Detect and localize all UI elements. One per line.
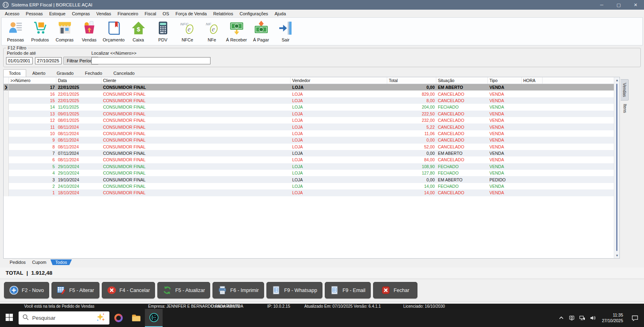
f6-imprimir-button[interactable]: F6 - Imprimir [213, 282, 264, 298]
menu-compras[interactable]: Compras [69, 10, 93, 17]
bottom-tab-cupom[interactable]: Cupom [30, 259, 49, 265]
column-header-tipo[interactable]: Tipo [488, 77, 522, 84]
column-header-situacao[interactable]: Situação [436, 77, 488, 84]
column-header-numero[interactable]: >>Número [9, 77, 56, 84]
table-row[interactable]: 529/10/2024CONSUMIDOR FINALLOJA108,90FEC… [4, 163, 619, 170]
menu-os[interactable]: OS [159, 10, 172, 17]
toolbar-item-nfe[interactable]: NFeNFe [200, 20, 224, 42]
menu-configuracoes[interactable]: Configurações [236, 10, 271, 17]
f4-cancelar-button[interactable]: F4 - Cancelar [102, 282, 155, 298]
filter-tab-gravado[interactable]: Gravado [52, 70, 79, 77]
filter-tab-cancelado[interactable]: Cancelado [108, 70, 140, 77]
table-row[interactable]: 224/10/2024CONSUMIDOR FINALLOJA14,00FECH… [4, 183, 619, 189]
table-row[interactable]: 908/11/2024CONSUMIDOR FINALLOJA0,00CANCE… [4, 137, 619, 143]
toolbar-item-pdv[interactable]: PDV [151, 20, 175, 42]
start-button[interactable] [0, 309, 19, 327]
table-row[interactable]: 429/10/2024CONSUMIDOR FINALLOJA127,80FEC… [4, 170, 619, 176]
table-row[interactable]: 1411/01/2025CONSUMIDOR FINALLOJA204,00FE… [4, 104, 619, 110]
filter-tab-aberto[interactable]: Aberto [27, 70, 50, 77]
toolbar-item-caixa[interactable]: $Caixa [126, 20, 151, 42]
cell-tipo: VENDA [488, 157, 522, 162]
menu-estoque[interactable]: Estoque [46, 10, 68, 17]
localizar-input[interactable] [91, 57, 211, 64]
tray-network-icon[interactable] [578, 310, 586, 326]
scrollbar-thumb[interactable] [616, 84, 617, 251]
maximize-button[interactable]: ▢ [610, 0, 627, 10]
taskbar-copilot-icon[interactable] [109, 309, 127, 327]
table-row[interactable]: 1622/01/2025CONSUMIDOR FINALLOJA829,00CA… [4, 90, 619, 97]
toolbar-item-produtos[interactable]: Produtos [28, 20, 52, 42]
f9-whatsapp-button[interactable]: F9 - Whatsapp [266, 282, 322, 298]
table-row[interactable]: 608/11/2024CONSUMIDOR FINALLOJA84,00CANC… [4, 156, 619, 163]
toolbar-item-sair[interactable]: Sair [273, 20, 298, 42]
menu-pessoas[interactable]: Pessoas [23, 10, 46, 17]
date-from-field[interactable] [6, 57, 33, 64]
table-row[interactable]: 1208/01/2025CONSUMIDOR FINALLOJA232,00CA… [4, 117, 619, 123]
menu-acesso[interactable]: Acesso [2, 10, 23, 17]
column-header-hora[interactable]: HORA [522, 77, 543, 84]
side-tab-itens[interactable]: Itens [621, 101, 629, 116]
table-row[interactable]: 707/11/2024CONSUMIDOR FINALLOJA0,00EM AB… [4, 150, 619, 156]
toolbar-item-orcamento[interactable]: Orçamento [101, 20, 126, 42]
menu-financeiro[interactable]: Financeiro [114, 10, 141, 17]
scroll-up-icon[interactable]: ▲ [614, 77, 620, 83]
filter-tab-todos[interactable]: Todos [3, 69, 26, 77]
toolbar-item-pessoas[interactable]: Pessoas [3, 20, 28, 42]
table-row[interactable]: 1008/11/2024CONSUMIDOR FINALLOJA11,06CAN… [4, 130, 619, 137]
cell-numero: 1 [9, 190, 56, 195]
table-row[interactable]: 319/10/2024CONSUMIDOR FINALLOJA0,00EM AB… [4, 176, 619, 183]
table-row[interactable]: 808/11/2024CONSUMIDOR FINALLOJA52,00CANC… [4, 144, 619, 150]
notification-center-icon[interactable] [628, 310, 642, 326]
f5-alterar-button[interactable]: F5 - Alterar [52, 282, 99, 298]
cell-numero: 16 [9, 92, 56, 97]
close-button[interactable]: ✕ [627, 0, 644, 10]
column-header-vendedor[interactable]: Vendedor [291, 77, 387, 84]
column-header-total[interactable]: Total [387, 77, 436, 84]
taskbar-file-explorer-icon[interactable] [127, 309, 145, 327]
tray-chevron-up-icon[interactable] [557, 310, 566, 326]
table-row[interactable]: ❯1722/01/2025CONSUMIDOR FINALLOJA0,00EM … [4, 84, 619, 90]
menu-vendas[interactable]: Vendas [93, 10, 114, 17]
f2-novo-button[interactable]: F2 - Novo [4, 282, 49, 298]
menu-forca-de-venda[interactable]: Força de Venda [172, 10, 210, 17]
f5-atualizar-button[interactable]: F5 - Atualizar [157, 282, 210, 298]
cell-situacao: CANCELADO [436, 118, 488, 123]
cell-total: 222,50 [387, 111, 436, 116]
toolbar-item-compras[interactable]: Compras [52, 20, 77, 42]
menu-fiscal[interactable]: Fiscal [141, 10, 159, 17]
tray-vm-icon[interactable] [567, 310, 576, 326]
taskbar-clock[interactable]: 11:35 27/10/2025 [599, 313, 626, 323]
row-selector: ❯ [4, 84, 9, 90]
date-to-field[interactable] [35, 57, 62, 64]
toolbar-item-a-pagar[interactable]: Á Pagar [249, 20, 273, 42]
table-row[interactable]: 1309/01/2025CONSUMIDOR FINALLOJA222,50CA… [4, 111, 619, 117]
fechar-button[interactable]: Fechar [373, 282, 417, 298]
toolbar-item-vendas[interactable]: Vendas [77, 20, 101, 42]
column-header-cliente[interactable]: Cliente [101, 77, 291, 84]
side-tab-vendas[interactable]: Vendas [621, 79, 629, 101]
grid-vertical-scrollbar[interactable]: ▲ ▼ [614, 77, 619, 258]
statusbar-item-4: Atualizado Em: 07/10/2025 Versão: 6.4.1.… [304, 304, 381, 308]
email-doc-icon [330, 286, 339, 295]
taskbar-search-box[interactable]: Pesquisar [19, 311, 109, 325]
bottom-tab-todos[interactable]: Todos [50, 259, 72, 265]
scroll-down-icon[interactable]: ▼ [614, 253, 620, 258]
f9-email-button[interactable]: F9 - Email [325, 282, 371, 298]
filter-tab-fechado[interactable]: Fechado [80, 70, 107, 77]
taskbar-erp-app-icon[interactable] [145, 309, 163, 327]
tray-volume-icon[interactable] [588, 310, 597, 326]
menu-ajuda[interactable]: Ajuda [271, 10, 289, 17]
menu-relatorios[interactable]: Relatórios [210, 10, 237, 17]
action-button-label: F2 - Novo [22, 288, 44, 293]
column-header-data[interactable]: Data [56, 77, 101, 84]
table-row[interactable]: 1522/01/2025CONSUMIDOR FINALLOJA8,00CANC… [4, 97, 619, 104]
table-row[interactable]: 1108/11/2024CONSUMIDOR FINALLOJA5,22CANC… [4, 123, 619, 130]
minimize-button[interactable]: ─ [593, 0, 610, 10]
toolbar-item-a-receber[interactable]: Á Receber [224, 20, 249, 42]
cell-total: 0,00 [387, 151, 436, 156]
table-row[interactable]: 118/10/2024CONSUMIDOR FINALLOJA14,00CANC… [4, 189, 619, 196]
bottom-tab-pedidos[interactable]: Pedidos [7, 259, 28, 265]
grid-header: >>NúmeroDataClienteVendedorTotalSituação… [4, 77, 619, 84]
toolbar-item-nfce[interactable]: NFCeNFCe [175, 20, 200, 42]
printer-icon [218, 286, 227, 295]
